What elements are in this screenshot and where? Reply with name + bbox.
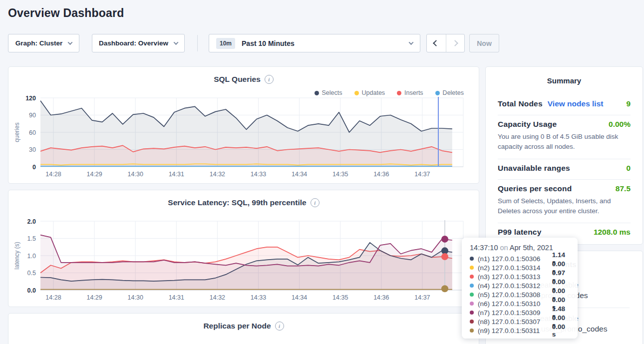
service-latency-panel: Service Latency: SQL, 99th percentile i … (8, 190, 479, 307)
svg-text:0.0: 0.0 (27, 287, 36, 294)
qps-value: 87.5 (616, 184, 631, 193)
time-back-button[interactable] (427, 34, 446, 52)
tooltip-node-label: (n4) 127.0.0.1:50312 (478, 282, 552, 290)
chevron-left-icon (433, 40, 439, 46)
tooltip-node-label: (n9) 127.0.0.1:50311 (478, 327, 552, 335)
graph-scope-label: Graph: Cluster (15, 39, 63, 47)
svg-text:latency (s): latency (s) (13, 242, 20, 269)
time-range-dropdown[interactable]: 10m Past 10 Minutes (209, 34, 420, 52)
series-dot-icon (470, 320, 474, 324)
tooltip-node-label: (n8) 127.0.0.1:50307 (478, 318, 552, 326)
summary-row-total-nodes: Total Nodes View nodes list 9 (498, 95, 631, 115)
series-dot-icon (470, 284, 474, 288)
svg-text:14:33: 14:33 (251, 171, 266, 178)
sql-queries-chart[interactable]: 030609012014:2814:2914:3014:3114:3214:33… (8, 67, 480, 184)
p99-latency-value: 1208.0 ms (594, 228, 631, 237)
svg-text:0: 0 (32, 164, 36, 171)
time-forward-button[interactable] (446, 34, 465, 52)
toolbar-divider (197, 35, 198, 51)
svg-text:14:29: 14:29 (86, 171, 102, 178)
svg-text:90: 90 (29, 112, 36, 119)
svg-text:30: 30 (29, 146, 36, 153)
tooltip-node-label: (n6) 127.0.0.1:50310 (478, 300, 552, 308)
series-dot-icon (470, 311, 474, 315)
tooltip-node-label: (n2) 127.0.0.1:50314 (478, 264, 552, 272)
now-button-label: Now (477, 39, 492, 47)
svg-text:1.5: 1.5 (27, 235, 36, 242)
svg-text:14:33: 14:33 (251, 294, 266, 301)
dashboard-dropdown[interactable]: Dashboard: Overview (92, 34, 185, 52)
svg-text:14:28: 14:28 (45, 294, 61, 301)
svg-text:queries: queries (13, 122, 20, 142)
svg-text:14:36: 14:36 (373, 171, 389, 178)
now-button[interactable]: Now (469, 34, 499, 52)
overview-dashboard-page: { "page_title": "Overview Dashboard", "t… (0, 0, 644, 344)
time-range-badge: 10m (216, 38, 235, 49)
svg-text:60: 60 (29, 129, 36, 136)
chevron-right-icon (452, 40, 458, 46)
summary-heading: Summary (486, 67, 643, 85)
chevron-down-icon (68, 40, 73, 45)
info-icon[interactable]: i (275, 322, 284, 331)
page-title: Overview Dashboard (8, 6, 124, 20)
summary-row-qps: Queries per second 87.5 Sum of Selects, … (498, 180, 631, 224)
tooltip-node-label: (n7) 127.0.0.1:50309 (478, 309, 552, 317)
svg-text:14:29: 14:29 (86, 294, 102, 301)
series-dot-icon (470, 266, 474, 270)
svg-text:1.0: 1.0 (27, 253, 36, 260)
chevron-down-icon (409, 40, 414, 45)
svg-text:14:35: 14:35 (332, 294, 348, 301)
svg-text:14:34: 14:34 (292, 294, 307, 301)
tooltip-node-value: 0.00 s (552, 323, 571, 338)
svg-text:14:30: 14:30 (128, 171, 143, 178)
replicas-per-node-title: Replicas per Node (203, 322, 271, 331)
total-nodes-value: 9 (626, 99, 631, 108)
summary-row-capacity: Capacity Usage 0.00% You are using 0 B o… (498, 115, 631, 159)
svg-text:14:28: 14:28 (45, 171, 61, 178)
chart-hover-tooltip: 14:37:10 on Apr 5th, 2021 (n1) 127.0.0.1… (462, 238, 578, 339)
unavailable-ranges-value: 0 (626, 164, 631, 173)
qps-label: Queries per second (498, 184, 572, 193)
tooltip-node-label: (n3) 127.0.0.1:50313 (478, 273, 552, 281)
view-nodes-list-link[interactable]: View nodes list (548, 99, 604, 108)
svg-text:14:32: 14:32 (210, 294, 225, 301)
tooltip-node-row: (n9) 127.0.0.1:503110.00 s (470, 326, 571, 335)
replicas-per-node-panel: Replicas per Node i (8, 313, 479, 344)
summary-row-unavailable-ranges: Unavailable ranges 0 (498, 159, 631, 180)
svg-text:14:31: 14:31 (169, 171, 184, 178)
capacity-usage-label: Capacity Usage (498, 120, 557, 129)
svg-text:14:31: 14:31 (169, 294, 184, 301)
series-dot-icon (470, 275, 474, 279)
svg-text:14:35: 14:35 (332, 171, 348, 178)
dashboard-label: Dashboard: Overview (99, 39, 168, 47)
unavailable-ranges-label: Unavailable ranges (498, 164, 570, 173)
qps-subtext: Sum of Selects, Updates, Inserts, and De… (498, 196, 631, 217)
svg-text:14:32: 14:32 (210, 171, 225, 178)
tooltip-timestamp: 14:37:10 on Apr 5th, 2021 (470, 244, 571, 252)
series-dot-icon (470, 329, 474, 333)
series-dot-icon (470, 257, 474, 261)
time-step-buttons (426, 34, 465, 52)
tooltip-node-label: (n1) 127.0.0.1:50306 (478, 255, 552, 263)
svg-text:0.5: 0.5 (27, 270, 36, 277)
svg-text:14:37: 14:37 (414, 171, 430, 178)
svg-text:14:37: 14:37 (414, 294, 430, 301)
capacity-usage-subtext: You are using 0 B of 4.5 GiB usable disk… (498, 132, 631, 152)
capacity-usage-value: 0.00% (609, 120, 631, 129)
svg-text:14:30: 14:30 (128, 294, 143, 301)
svg-text:2.0: 2.0 (27, 218, 36, 225)
summary-panel: Summary Total Nodes View nodes list 9 Ca… (485, 66, 643, 245)
series-dot-icon (470, 302, 474, 306)
svg-text:14:34: 14:34 (292, 171, 307, 178)
total-nodes-label: Total Nodes (498, 99, 543, 108)
svg-text:120: 120 (25, 95, 36, 102)
chevron-down-icon (173, 40, 178, 45)
sql-queries-panel: SQL Queries i SelectsUpdatesInsertsDelet… (8, 66, 479, 184)
service-latency-chart[interactable]: 0.00.51.01.52.014:2814:2914:3014:3114:32… (8, 190, 480, 308)
svg-text:14:36: 14:36 (373, 294, 389, 301)
time-range-label: Past 10 Minutes (242, 39, 409, 47)
graph-scope-dropdown[interactable]: Graph: Cluster (8, 34, 79, 52)
p99-latency-label: P99 latency (498, 228, 542, 237)
series-dot-icon (470, 293, 474, 297)
tooltip-node-label: (n5) 127.0.0.1:50308 (478, 291, 552, 299)
